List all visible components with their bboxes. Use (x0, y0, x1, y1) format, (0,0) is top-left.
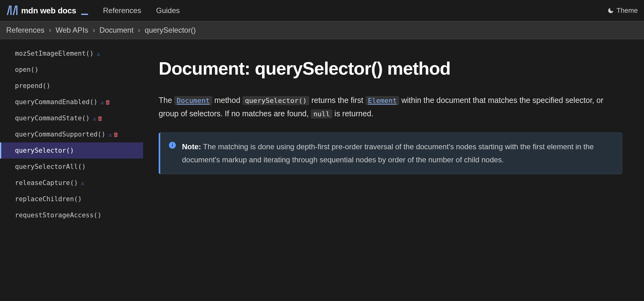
nav-guides[interactable]: Guides (156, 6, 180, 15)
mdn-logo-icon (6, 5, 18, 16)
logo-text: mdn web docs (21, 6, 76, 16)
sidebar-item[interactable]: queryCommandSupported()⚠🗑 (0, 126, 143, 142)
sidebar-item[interactable]: prepend() (0, 78, 143, 94)
warning-icon: ⚠ (109, 131, 112, 138)
main-content: Document: querySelector() method The Doc… (143, 39, 641, 229)
sidebar-item[interactable]: querySelector() (0, 142, 143, 159)
sidebar-item-label: replaceChildren() (15, 195, 82, 203)
sidebar-item-label: querySelector() (15, 147, 74, 154)
breadcrumb: References › Web APIs › Document › query… (0, 21, 644, 39)
warning-icon: ⚠ (81, 180, 84, 186)
site-header: mdn web docs References Guides Theme (0, 0, 644, 21)
warning-icon: ⚠ (93, 115, 96, 122)
chevron-right-icon: › (138, 26, 140, 35)
sidebar-item-label: open() (15, 66, 39, 73)
note-text: Note: The matching is done using depth-f… (182, 140, 613, 166)
logo-cursor (81, 14, 88, 15)
warning-icon: ⚠ (101, 99, 104, 105)
info-icon: i (169, 142, 176, 149)
document-link[interactable]: Document (174, 96, 212, 105)
trash-icon: 🗑 (105, 99, 111, 105)
method-name-code: querySelector() (242, 96, 309, 105)
sidebar-item-label: queryCommandEnabled() (15, 98, 98, 106)
breadcrumb-document[interactable]: Document (100, 26, 133, 35)
sidebar-item-label: requestStorageAccess() (15, 211, 101, 219)
page-title: Document: querySelector() method (159, 58, 622, 79)
sidebar-item-label: prepend() (15, 82, 50, 90)
sidebar-item[interactable]: releaseCapture()⚠ (0, 175, 143, 191)
warning-icon: ⚠ (97, 50, 100, 57)
sidebar-item-label: queryCommandSupported() (15, 131, 105, 138)
chevron-right-icon: › (93, 26, 95, 35)
null-code: null (311, 109, 332, 118)
theme-toggle[interactable]: Theme (607, 7, 638, 15)
sidebar-item-label: querySelectorAll() (15, 163, 86, 170)
sidebar: mozSetImageElement()⚠open()prepend()quer… (0, 39, 143, 229)
sidebar-item[interactable]: querySelectorAll() (0, 159, 143, 175)
sidebar-item[interactable]: queryCommandState()⚠🗑 (0, 110, 143, 126)
moon-icon (607, 7, 614, 14)
element-link[interactable]: Element (366, 96, 399, 105)
main-nav: References Guides (103, 6, 180, 15)
logo[interactable]: mdn web docs (6, 5, 88, 16)
sidebar-item[interactable]: open() (0, 62, 143, 78)
intro-paragraph: The Document method querySelector() retu… (159, 94, 622, 120)
breadcrumb-current[interactable]: querySelector() (145, 26, 196, 35)
trash-icon: 🗑 (97, 115, 103, 122)
note-box: i Note: The matching is done using depth… (159, 132, 622, 174)
theme-label: Theme (617, 7, 638, 15)
breadcrumb-references[interactable]: References (6, 26, 44, 35)
sidebar-item-label: releaseCapture() (15, 179, 78, 187)
note-body: The matching is done using depth-first p… (182, 142, 594, 164)
breadcrumb-web-apis[interactable]: Web APIs (56, 26, 88, 35)
sidebar-item-label: mozSetImageElement() (15, 50, 94, 57)
sidebar-item[interactable]: replaceChildren() (0, 191, 143, 207)
chevron-right-icon: › (49, 26, 51, 35)
sidebar-item[interactable]: requestStorageAccess() (0, 207, 143, 223)
sidebar-item-label: queryCommandState() (15, 114, 90, 122)
sidebar-item[interactable]: queryCommandEnabled()⚠🗑 (0, 94, 143, 110)
note-label: Note: (182, 142, 201, 151)
nav-references[interactable]: References (103, 6, 141, 15)
trash-icon: 🗑 (113, 131, 119, 138)
sidebar-item[interactable]: mozSetImageElement()⚠ (0, 45, 143, 62)
